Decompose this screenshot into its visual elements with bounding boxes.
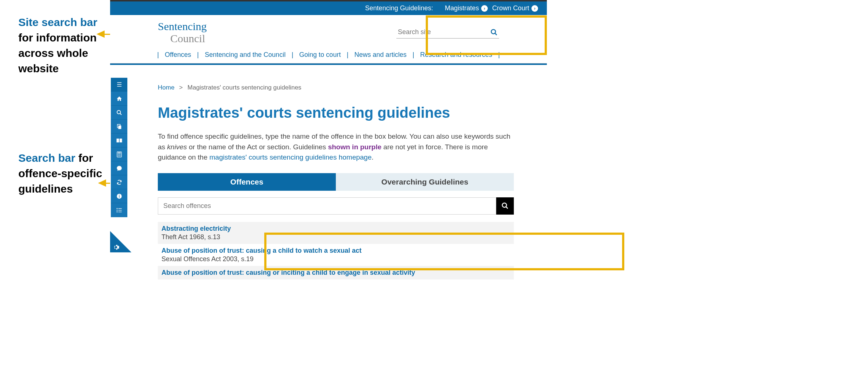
link-text: Magistrates: [445, 4, 479, 12]
intro-text: To find offence specific guidelines, typ…: [158, 131, 514, 163]
svg-rect-7: [118, 152, 121, 153]
svg-point-16: [119, 194, 120, 195]
arrow-head-icon: [97, 30, 105, 38]
nav-sentencing[interactable]: Sentencing and the Council: [205, 51, 286, 59]
svg-point-11: [118, 156, 119, 156]
sidebar-search-button[interactable]: [111, 106, 127, 120]
nav-separator: |: [291, 51, 293, 59]
offence-title[interactable]: Abstracting electricity: [161, 225, 510, 233]
site-search-input[interactable]: [398, 28, 490, 36]
magistrates-link[interactable]: Magistrates ›: [445, 4, 488, 12]
site-search: [396, 26, 499, 39]
offence-search-button[interactable]: [496, 197, 514, 215]
annotation-highlight: Site search bar: [18, 16, 97, 28]
crown-court-link[interactable]: Crown Court ›: [492, 4, 538, 12]
sidebar-list-button[interactable]: [111, 203, 127, 217]
svg-rect-20: [118, 210, 121, 210]
nav-offences[interactable]: Offences: [165, 51, 191, 59]
gear-corner: [110, 231, 131, 252]
svg-point-19: [116, 209, 117, 211]
svg-point-8: [118, 154, 119, 155]
search-icon: [116, 110, 122, 116]
menu-icon: ☰: [117, 81, 122, 88]
nav-separator: |: [347, 51, 349, 59]
link-text: Crown Court: [492, 4, 529, 12]
breadcrumb: Home > Magistrates' courts sentencing gu…: [158, 84, 514, 91]
svg-line-3: [120, 113, 121, 115]
chevron-right-icon: ›: [531, 5, 538, 12]
logo[interactable]: Sentencing Council: [158, 20, 207, 44]
intro-link[interactable]: magistrates' courts sentencing guideline…: [210, 153, 372, 161]
book-icon: [116, 138, 123, 143]
info-icon: [116, 193, 122, 199]
search-icon[interactable]: [490, 29, 498, 36]
breadcrumb-home[interactable]: Home: [158, 84, 174, 91]
comment-icon: [116, 165, 122, 171]
content-wrap: ☰ Home > Magistrates' courts sentencing …: [110, 65, 547, 280]
nav-separator: |: [413, 51, 414, 59]
chevron-right-icon: ›: [481, 5, 488, 12]
intro-purple: shown in purple: [328, 143, 382, 151]
list-icon: [116, 208, 122, 213]
offence-list: Abstracting electricity Theft Act 1968, …: [158, 222, 514, 280]
tabs: Offences Overarching Guidelines: [158, 173, 514, 191]
svg-point-12: [119, 156, 120, 156]
intro-italic: knives: [167, 143, 187, 151]
logo-line2: Council: [170, 32, 207, 44]
offence-title[interactable]: Abuse of position of trust: causing a ch…: [161, 247, 510, 255]
svg-rect-22: [118, 212, 121, 212]
logo-line1: Sentencing: [158, 20, 207, 32]
gear-icon[interactable]: [112, 244, 120, 251]
annotation-text: for information across whole website: [18, 32, 97, 74]
top-bar-label: Sentencing Guidelines:: [365, 4, 433, 12]
offence-title[interactable]: Abuse of position of trust: causing or i…: [161, 269, 510, 277]
annotation-highlight: Search bar: [18, 152, 75, 164]
nav-news[interactable]: News and articles: [355, 51, 407, 59]
calculator-icon: [117, 151, 122, 157]
top-bar: Sentencing Guidelines: Magistrates › Cro…: [110, 1, 547, 15]
refresh-icon: [116, 179, 122, 185]
nav-research[interactable]: Research and resources: [420, 51, 492, 59]
home-icon: [116, 96, 122, 102]
page-title: Magistrates' courts sentencing guideline…: [158, 105, 514, 121]
sidebar-info-button[interactable]: [111, 189, 127, 203]
list-item: Abuse of position of trust: causing a ch…: [158, 244, 514, 266]
offence-meta: Theft Act 1968, s.13: [161, 233, 510, 241]
sidebar-calculator-button[interactable]: [111, 147, 127, 161]
tab-offences[interactable]: Offences: [158, 173, 336, 191]
sidebar-refresh-button[interactable]: [111, 175, 127, 189]
annotation-site-search: Site search bar for information across w…: [18, 15, 110, 76]
nav-separator: |: [197, 51, 199, 59]
main-nav: | Offences | Sentencing and the Council …: [110, 47, 547, 63]
sidebar-menu-button[interactable]: ☰: [111, 78, 127, 92]
list-item: Abstracting electricity Theft Act 1968, …: [158, 222, 514, 244]
search-icon: [501, 202, 509, 209]
svg-rect-18: [118, 208, 121, 208]
nav-separator: |: [498, 51, 500, 59]
svg-point-0: [491, 29, 496, 34]
svg-point-21: [116, 211, 117, 212]
svg-line-24: [506, 207, 508, 209]
intro-part: .: [371, 153, 373, 161]
breadcrumb-separator: >: [179, 84, 183, 91]
svg-point-13: [120, 156, 120, 156]
list-item: Abuse of position of trust: causing or i…: [158, 266, 514, 280]
sidebar-copy-button[interactable]: [111, 120, 127, 134]
offence-search-row: [158, 197, 514, 215]
sidebar-comment-button[interactable]: [111, 161, 127, 175]
copy-icon: [116, 124, 122, 129]
svg-rect-4: [118, 125, 121, 129]
intro-part: or the name of the Act or section. Guide…: [187, 143, 328, 151]
svg-point-23: [502, 203, 507, 208]
svg-line-1: [495, 33, 497, 35]
sidebar-book-button[interactable]: [111, 134, 127, 147]
nav-going-to-court[interactable]: Going to court: [299, 51, 341, 59]
annotation-offence-search: Search bar for offence-specific guidelin…: [18, 150, 110, 197]
svg-rect-15: [119, 196, 119, 197]
sidebar-home-button[interactable]: [111, 92, 127, 106]
sidebar: ☰: [111, 78, 127, 217]
breadcrumb-current: Magistrates' courts sentencing guideline…: [188, 84, 301, 91]
tab-overarching[interactable]: Overarching Guidelines: [336, 173, 514, 191]
offence-search-input[interactable]: [158, 197, 496, 215]
svg-point-17: [116, 208, 117, 209]
